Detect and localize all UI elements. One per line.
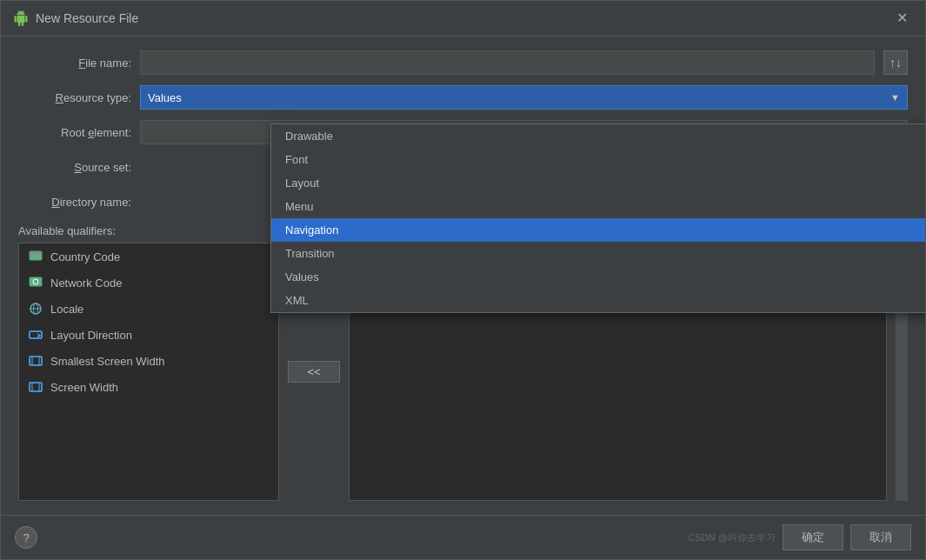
resource-type-value: Values <box>148 91 890 104</box>
android-icon <box>13 10 29 26</box>
confirm-button[interactable]: 确定 <box>783 524 843 550</box>
title-bar: New Resource File ✕ <box>1 1 925 37</box>
screen-width-icon <box>28 379 43 395</box>
dropdown-item-transition[interactable]: Transition <box>271 242 926 265</box>
dialog-title: New Resource File <box>36 11 138 25</box>
dropdown-item-navigation[interactable]: Navigation <box>271 218 926 242</box>
qualifier-smallest-screen-width-label: Smallest Screen Width <box>50 355 165 368</box>
title-bar-left: New Resource File <box>13 10 138 26</box>
dropdown-arrow-icon: ▼ <box>890 92 900 103</box>
root-element-label: Root element: <box>18 126 131 139</box>
dropdown-item-drawable[interactable]: Drawable <box>271 124 926 148</box>
file-name-input[interactable] <box>140 50 875 75</box>
footer-right: CSDN @叫你去学习 确定 取消 <box>689 524 911 550</box>
directory-name-label: Directory name: <box>18 196 131 209</box>
layout-direction-icon <box>28 327 43 343</box>
new-resource-file-dialog: New Resource File ✕ File name: ↑↓ Resour… <box>0 0 926 560</box>
dialog-footer: ? CSDN @叫你去学习 确定 取消 <box>1 515 925 559</box>
help-button[interactable]: ? <box>15 526 37 549</box>
sort-button[interactable]: ↑↓ <box>883 50 908 75</box>
dropdown-item-values[interactable]: Values <box>271 265 926 289</box>
available-qualifiers-list: Country Code Network Code <box>18 243 279 501</box>
dropdown-item-font[interactable]: Font <box>271 148 926 171</box>
smallest-screen-width-icon <box>28 353 43 369</box>
qualifier-country-code[interactable]: Country Code <box>19 243 278 270</box>
resource-type-dropdown-menu: Drawable Font Layout Menu Navigation Tra… <box>270 123 926 313</box>
watermark-area: CSDN @叫你去学习 <box>689 531 776 544</box>
locale-icon <box>28 301 43 317</box>
resource-type-dropdown[interactable]: Values ▼ <box>140 85 908 110</box>
footer-left: ? <box>15 526 37 549</box>
file-name-label: File name: <box>18 57 131 70</box>
dropdown-item-layout[interactable]: Layout <box>271 171 926 195</box>
qualifier-screen-width-label: Screen Width <box>50 381 118 394</box>
dropdown-item-menu[interactable]: Menu <box>271 195 926 218</box>
resource-type-row: Resource type: Values ▼ Drawable Font La… <box>18 85 908 110</box>
svg-rect-8 <box>30 357 42 365</box>
dialog-content: File name: ↑↓ Resource type: Values ▼ Dr… <box>1 37 925 515</box>
qualifier-locale[interactable]: Locale <box>19 296 278 322</box>
qualifier-country-code-label: Country Code <box>50 250 120 263</box>
qualifier-network-code[interactable]: Network Code <box>19 270 278 296</box>
dropdown-item-xml[interactable]: XML <box>271 289 926 312</box>
qualifier-layout-direction-label: Layout Direction <box>50 329 132 342</box>
svg-rect-1 <box>30 251 42 254</box>
qualifier-network-code-label: Network Code <box>50 277 122 290</box>
add-qualifier-button[interactable]: << <box>288 361 340 383</box>
qualifier-smallest-screen-width[interactable]: Smallest Screen Width <box>19 348 278 374</box>
source-set-label: Source set: <box>18 161 131 174</box>
country-code-icon <box>28 249 43 264</box>
svg-rect-11 <box>30 383 42 391</box>
file-name-row: File name: ↑↓ <box>18 50 908 75</box>
cancel-button[interactable]: 取消 <box>850 524 911 550</box>
resource-type-wrapper: Values ▼ Drawable Font Layout Menu Navig… <box>140 85 908 110</box>
svg-rect-7 <box>30 331 42 338</box>
close-button[interactable]: ✕ <box>891 10 913 27</box>
resource-type-label: Resource type: <box>18 91 131 104</box>
qualifier-layout-direction[interactable]: Layout Direction <box>19 322 278 348</box>
watermark-text: CSDN @叫你去学习 <box>689 531 776 544</box>
network-code-icon <box>28 275 43 290</box>
qualifier-locale-label: Locale <box>50 303 83 316</box>
qualifier-screen-width[interactable]: Screen Width <box>19 374 278 400</box>
